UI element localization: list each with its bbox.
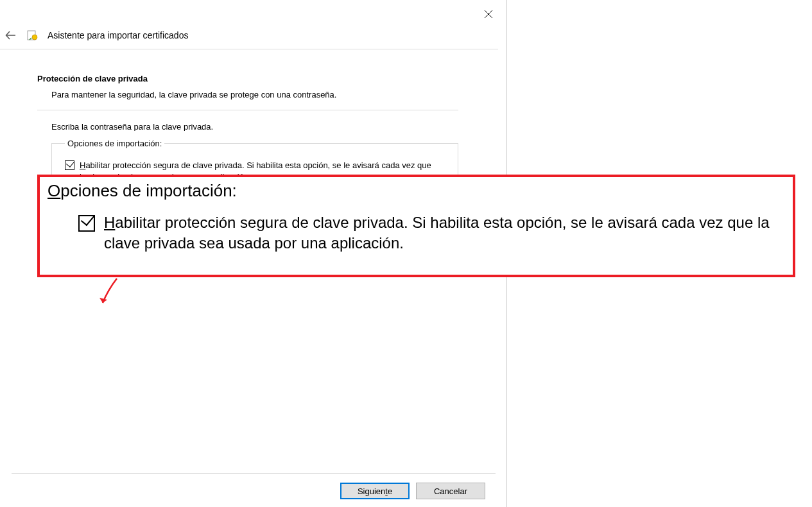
- cancel-button[interactable]: Cancelar: [416, 483, 485, 499]
- section-description: Para mantener la seguridad, la clave pri…: [37, 90, 462, 99]
- wizard-header: Asistente para importar certificados: [0, 26, 498, 49]
- wizard-button-row: Siguiente Cancelar: [12, 473, 496, 499]
- titlebar: [0, 0, 506, 26]
- wizard-title: Asistente para importar certificados: [48, 30, 188, 40]
- annotation-callout: Opciones de importación: Habilitar prote…: [37, 175, 795, 277]
- annotation-callout-title: Opciones de importación:: [48, 181, 784, 201]
- back-button[interactable]: [4, 28, 18, 42]
- separator: [37, 110, 458, 110]
- annotation-callout-row: Habilitar protección segura de clave pri…: [48, 212, 784, 254]
- password-prompt-truncated: Escriba la contraseña para la clave priv…: [37, 122, 458, 131]
- next-button[interactable]: Siguiente: [340, 483, 410, 499]
- arrow-left-icon: [4, 29, 17, 42]
- section-heading: Protección de clave privada: [37, 74, 462, 83]
- checkbox-icon: [65, 160, 74, 170]
- checkbox-icon: [78, 215, 95, 232]
- certificate-wizard-icon: [27, 30, 39, 41]
- svg-point-4: [32, 35, 37, 40]
- annotation-callout-label: Habilitar protección segura de clave pri…: [104, 212, 784, 254]
- close-icon: [484, 10, 493, 19]
- close-button[interactable]: [476, 5, 501, 23]
- import-options-legend: Opciones de importación:: [65, 139, 164, 148]
